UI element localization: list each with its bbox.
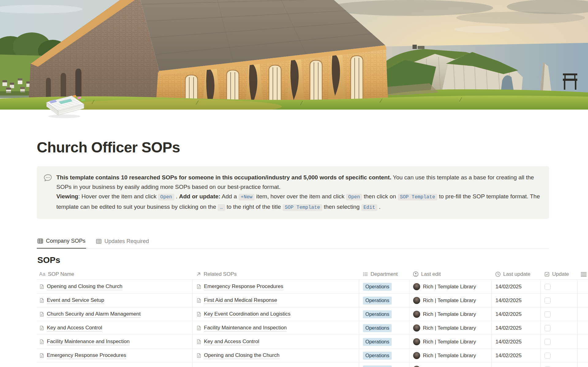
update-checkbox[interactable] [545,325,551,331]
last-update-cell: 14/02/2025 [492,349,541,362]
column-header-extra[interactable] [577,269,588,279]
last-edit-cell: Rich | Template Library [409,294,492,307]
last-edit-cell: Rich | Template Library [409,321,492,335]
department-tag: Operations [363,297,392,305]
sop-name-link[interactable]: Opening and Closing the Church [39,283,123,290]
avatar [413,311,420,318]
table-row: First Aid and Medical Response Event and… [37,362,588,367]
sop-name-link[interactable]: First Aid and Medical Response [39,366,120,367]
sop-name-link[interactable]: Emergency Response Procedures [39,352,126,359]
column-header-last-edit[interactable]: Last edit [409,269,492,279]
document-icon [39,284,44,289]
last-edit-text: Rich | Template Library [423,353,476,359]
bulleted-list-icon [363,272,368,277]
avatar [413,283,420,290]
table-row: Opening and Closing the Church Emergency… [37,280,588,294]
document-icon [39,312,44,317]
sop-name-link[interactable]: Event and Service Setup [39,297,104,304]
table-row: Emergency Response Procedures Opening an… [37,349,588,362]
last-update-text: 14/02/2025 [496,339,522,345]
sop-name-link[interactable]: Facility Maintenance and Inspection [39,339,130,345]
avatar [413,352,420,359]
tab-company-sops[interactable]: Company SOPs [37,236,86,249]
department-cell[interactable]: Operations [359,280,409,294]
sop-template-badge: SOP Template [283,204,322,211]
related-sop-link[interactable]: Emergency Response Procedures [196,283,283,290]
sop-name-link[interactable]: Key and Access Control [39,325,102,331]
sop-name-text: Facility Maintenance and Inspection [47,339,130,345]
last-edit-text: Rich | Template Library [423,339,476,345]
last-edit-text: Rich | Template Library [423,284,476,290]
avatar [413,338,420,345]
callout-bold-intro: This template contains 10 researched SOP… [56,174,391,181]
database-title: SOPs [37,255,588,265]
related-sop-link[interactable]: First Aid and Medical Response [196,297,277,304]
column-header-update[interactable]: Update [541,269,577,279]
avatar [413,297,420,304]
last-update-cell: 14/02/2025 [492,280,541,294]
callout-run: then selecting [322,204,361,210]
update-checkbox[interactable] [545,311,551,317]
template-instructions-callout: This template contains 10 researched SOP… [37,166,549,219]
callout-run: Add a [221,193,239,200]
column-header-related-sops[interactable]: Related SOPs [192,269,359,279]
department-cell[interactable]: Operations [359,294,409,307]
tab-updates-required[interactable]: Updates Required [95,236,149,249]
related-sop-text: Key and Access Control [204,339,259,345]
department-cell[interactable]: Operations [359,335,409,349]
sops-table: Aa SOP Name Related SOPs Department [37,269,588,367]
table-row: Facility Maintenance and Inspection Key … [37,335,588,349]
related-sop-link[interactable]: Key Event Coordination and Logistics [196,311,291,318]
add-or-update-label: Add or update: [179,193,221,200]
database-view-tabs: Company SOPs Updates Required [37,236,549,249]
department-cell[interactable]: Operations [359,321,409,335]
related-sop-link[interactable]: Key and Access Control [196,339,259,345]
callout-run: then click on [362,193,398,200]
related-sop-text: Facility Maintenance and Inspection [204,325,287,331]
update-checkbox[interactable] [545,353,551,359]
update-cell [541,307,577,321]
checkbox-icon [544,272,550,277]
extra-cell [577,280,588,294]
table-row: Key and Access Control Facility Maintena… [37,321,588,335]
related-sop-text: First Aid and Medical Response [204,297,277,304]
sop-template-badge: SOP Template [398,194,437,200]
sop-name-link[interactable]: Church Security and Alarm Management [39,311,141,318]
tab-label: Updates Required [104,238,149,245]
column-header-department[interactable]: Department [359,269,409,279]
page-title: Church Officer SOPs [37,139,588,156]
document-icon [196,312,202,317]
last-update-text: 14/02/2025 [496,325,522,331]
extra-cell [577,294,588,307]
sop-name-text: Church Security and Alarm Management [47,311,141,318]
column-header-last-update[interactable]: Last update [492,269,541,279]
department-cell[interactable]: Operations [359,307,409,321]
update-checkbox[interactable] [545,298,551,304]
page-cover-photo [0,0,588,110]
last-edit-cell: Rich | Template Library [409,335,492,349]
last-update-text: 14/02/2025 [496,284,522,290]
department-cell[interactable]: Operations [359,349,409,362]
callout-text: This template contains 10 researched SOP… [56,173,542,212]
related-sop-link[interactable]: Event and Service Setup [196,366,261,367]
related-sop-link[interactable]: Facility Maintenance and Inspection [196,325,287,331]
document-icon [196,353,202,358]
text-icon: Aa [39,272,46,277]
arrow-up-right-icon [196,272,201,277]
callout-run: : Hover over the item and click [78,193,158,200]
callout-paragraph-1: This template contains 10 researched SOP… [56,173,542,192]
related-sop-link[interactable]: Opening and Closing the Church [196,352,280,359]
table-view-icon [96,238,102,244]
last-update-cell: 14/02/2025 [492,294,541,307]
column-header-sop-name[interactable]: Aa SOP Name [37,269,192,279]
last-edit-cell: Rich | Template Library [409,280,492,294]
page-icon-papers[interactable] [42,93,88,119]
update-checkbox[interactable] [545,284,551,290]
update-checkbox[interactable] [545,339,551,345]
extra-cell [577,307,588,321]
department-cell[interactable]: Operations [359,362,409,367]
document-icon [196,339,202,344]
related-sop-text: Emergency Response Procedures [204,283,283,290]
column-label: Update [552,271,569,277]
sop-name-text: Key and Access Control [47,325,102,331]
